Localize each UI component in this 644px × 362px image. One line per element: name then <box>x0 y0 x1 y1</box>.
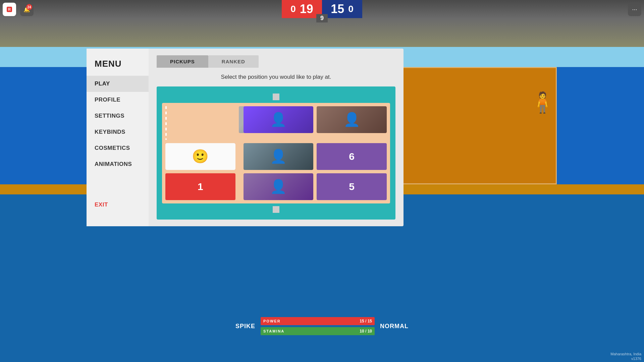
roblox-logo[interactable]: R <box>3 3 16 16</box>
hud-spike-label: SPIKE <box>235 323 255 330</box>
blue-team-subscore: 15 0 <box>322 0 362 18</box>
stamina-bar-value: 10 / 10 <box>360 329 372 334</box>
menu-sidebar: MENU PLAY PROFILE SETTINGS KEYBINDS COSM… <box>87 49 149 226</box>
court-divider-spacer-2 <box>239 143 240 170</box>
power-bar-track: POWER 15 / 15 <box>261 317 375 325</box>
court-blue-right <box>557 67 644 184</box>
menu-title: MENU <box>87 55 149 76</box>
stamina-bar-row: STAMINA 10 / 10 <box>261 327 375 335</box>
avatar-3: 👤 <box>244 106 314 133</box>
red-sub-score: 0 <box>290 4 296 14</box>
court-indicator-top <box>273 94 279 100</box>
sidebar-item-animations[interactable]: ANIMATIONS <box>87 156 149 172</box>
court-blue-left <box>0 67 87 184</box>
version-text: v1376 <box>631 357 641 361</box>
blue-main-score: 15 <box>331 2 344 16</box>
power-bar-value: 15 / 15 <box>360 319 372 323</box>
power-bar-label: POWER <box>263 319 281 323</box>
menu-modal: MENU PLAY PROFILE SETTINGS KEYBINDS COSM… <box>87 49 404 226</box>
notification-icon[interactable]: 🔔 24 <box>20 3 34 16</box>
location-text: Maharashtra, India <box>610 352 641 356</box>
player-figure: 🧍 <box>530 90 555 114</box>
power-bar-fill: POWER 15 / 15 <box>261 317 375 325</box>
instruction-text: Select the position you would like to pl… <box>157 74 395 80</box>
stamina-bar-label: STAMINA <box>263 329 284 333</box>
court-indicator-bottom <box>273 206 279 213</box>
position-4-1[interactable]: 👤 <box>317 106 387 133</box>
hud-bars: POWER 15 / 15 STAMINA 10 / 10 <box>261 317 375 335</box>
court-grid-outer: 👤 👤 👤 🙂 👤 <box>162 103 390 203</box>
position-3-3[interactable]: 👤 <box>244 173 314 200</box>
position-1-2[interactable]: 🙂 <box>165 143 235 170</box>
avatar-10: 👤 <box>244 173 314 200</box>
avatar-7: 👤 <box>244 143 314 170</box>
position-1-3[interactable]: 1 <box>165 173 235 200</box>
sidebar-item-settings[interactable]: SETTINGS <box>87 108 149 124</box>
avatar-5: 🙂 <box>165 143 235 170</box>
sidebar-inner: MENU PLAY PROFILE SETTINGS KEYBINDS COSM… <box>87 55 149 220</box>
modal-content: PICKUPS RANKED Select the position you w… <box>149 49 404 226</box>
game-timer: 9 <box>316 14 328 22</box>
more-options-button[interactable]: ··· <box>628 3 641 16</box>
tabs-container: PICKUPS RANKED <box>157 55 395 68</box>
court-container: 👤 👤 👤 🙂 👤 <box>157 86 395 220</box>
hud-normal-label: NORMAL <box>380 323 409 330</box>
stamina-bar-track: STAMINA 10 / 10 <box>261 327 375 335</box>
position-3-1[interactable]: 👤 <box>244 106 314 133</box>
exit-button[interactable]: EXIT <box>87 197 149 213</box>
court-divider-spacer-3 <box>239 173 240 200</box>
court-divider <box>165 106 167 140</box>
red-main-score: 19 <box>300 2 313 16</box>
sidebar-item-play[interactable]: PLAY <box>87 76 149 92</box>
stamina-bar-fill: STAMINA 10 / 10 <box>261 327 375 335</box>
avatar-4: 👤 <box>317 106 387 133</box>
sidebar-item-keybinds[interactable]: KEYBINDS <box>87 124 149 140</box>
blue-sub-score: 0 <box>348 4 354 14</box>
sidebar-item-profile[interactable]: PROFILE <box>87 92 149 108</box>
position-4-3[interactable]: 5 <box>317 173 387 200</box>
tab-pickups[interactable]: PICKUPS <box>157 55 208 68</box>
position-4-2[interactable]: 6 <box>317 143 387 170</box>
bottom-hud: SPIKE POWER 15 / 15 STAMINA 10 / 10 NORM… <box>235 317 409 335</box>
svg-text:R: R <box>8 7 11 11</box>
sidebar-item-cosmetics[interactable]: COSMETICS <box>87 140 149 156</box>
tab-ranked[interactable]: RANKED <box>208 55 259 68</box>
position-3-2[interactable]: 👤 <box>244 143 314 170</box>
power-bar-row: POWER 15 / 15 <box>261 317 375 325</box>
notification-badge: 24 <box>26 4 32 10</box>
